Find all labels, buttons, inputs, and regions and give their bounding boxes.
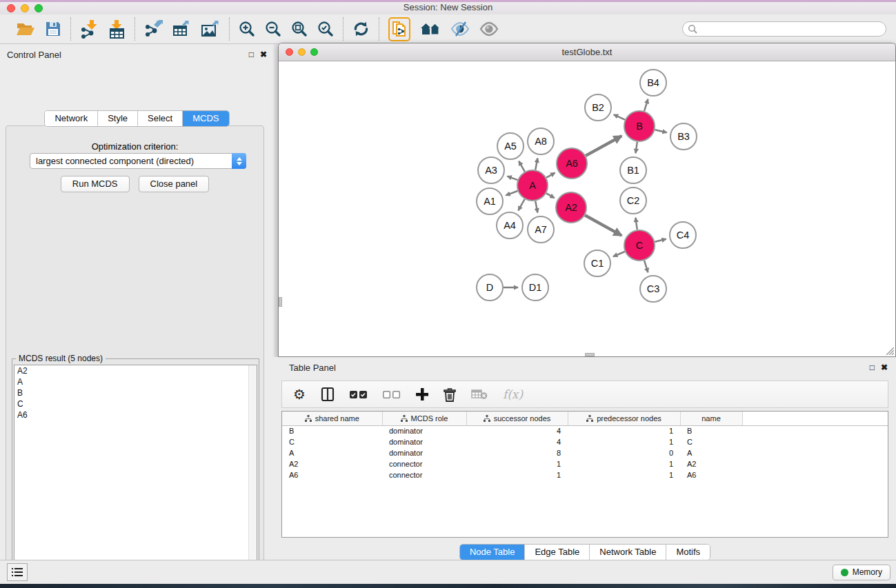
float-panel-icon[interactable]: □ bbox=[249, 50, 254, 59]
table-cell[interactable]: dominator bbox=[382, 425, 466, 436]
graph-edge[interactable] bbox=[635, 218, 637, 230]
graph-node[interactable]: A4 bbox=[497, 212, 523, 239]
graph-edge[interactable] bbox=[644, 99, 648, 111]
export-table-icon[interactable] bbox=[172, 20, 191, 38]
mcds-result-item[interactable]: A bbox=[14, 376, 257, 387]
task-history-button[interactable] bbox=[7, 563, 28, 581]
table-cell[interactable]: 1 bbox=[568, 425, 680, 436]
export-image-icon[interactable] bbox=[201, 20, 220, 38]
search-box[interactable] bbox=[682, 21, 886, 37]
graph-edge[interactable] bbox=[655, 130, 666, 132]
tab-edge-table[interactable]: Edge Table bbox=[525, 545, 590, 560]
table-cell[interactable]: 8 bbox=[466, 447, 568, 458]
deselect-all-columns-icon[interactable] bbox=[383, 390, 401, 399]
table-cell[interactable]: dominator bbox=[382, 436, 466, 447]
create-column-icon[interactable] bbox=[416, 388, 428, 401]
table-cell[interactable]: 1 bbox=[568, 469, 680, 480]
graph-node[interactable]: D bbox=[477, 274, 503, 301]
graph-edge[interactable] bbox=[644, 261, 648, 272]
open-session-icon[interactable] bbox=[16, 21, 35, 37]
graph-node[interactable]: B2 bbox=[585, 94, 611, 121]
tab-node-table[interactable]: Node Table bbox=[460, 545, 526, 560]
optimization-criterion-dropdown[interactable]: largest connected component (directed) bbox=[30, 153, 246, 169]
table-cell[interactable]: A6 bbox=[680, 469, 742, 480]
mcds-result-item[interactable]: A2 bbox=[14, 365, 257, 376]
table-cell[interactable]: B bbox=[282, 425, 382, 436]
network-from-clipboard-icon[interactable] bbox=[388, 17, 410, 41]
graph-edge[interactable] bbox=[508, 176, 518, 181]
table-cell[interactable]: A bbox=[680, 447, 742, 458]
tab-motifs[interactable]: Motifs bbox=[666, 545, 710, 560]
export-network-icon[interactable] bbox=[144, 20, 163, 38]
resize-grip-icon[interactable] bbox=[884, 345, 894, 355]
table-cell[interactable]: B bbox=[680, 425, 742, 436]
close-panel-button[interactable]: Close panel bbox=[139, 176, 210, 192]
table-cell[interactable]: connector bbox=[382, 469, 466, 480]
mcds-result-item[interactable]: B bbox=[14, 387, 257, 398]
zoom-network-button[interactable] bbox=[310, 48, 318, 56]
run-mcds-button[interactable]: Run MCDS bbox=[61, 176, 130, 192]
zoom-in-icon[interactable] bbox=[239, 21, 255, 37]
graph-node[interactable]: C3 bbox=[640, 276, 666, 302]
graph-node[interactable]: A3 bbox=[478, 157, 504, 183]
memory-button[interactable]: Memory bbox=[833, 565, 890, 580]
graph-node[interactable]: A8 bbox=[528, 128, 554, 154]
network-window-titlebar[interactable]: testGlobe.txt bbox=[279, 43, 895, 61]
tab-network-table[interactable]: Network Table bbox=[590, 545, 666, 560]
table-cell[interactable]: 0 bbox=[568, 447, 680, 458]
table-cell[interactable]: dominator bbox=[382, 447, 466, 458]
column-header[interactable]: shared name bbox=[282, 412, 382, 425]
home-icon[interactable] bbox=[420, 21, 441, 37]
table-cell[interactable]: 1 bbox=[568, 458, 680, 469]
close-window-button[interactable] bbox=[7, 4, 15, 12]
table-cell[interactable]: A6 bbox=[282, 469, 382, 480]
vertical-scroll-thumb[interactable] bbox=[279, 297, 282, 307]
table-row[interactable]: A6connector11A6 bbox=[282, 469, 888, 480]
graph-node[interactable]: A1 bbox=[477, 188, 503, 214]
graph-edge[interactable] bbox=[535, 201, 537, 213]
minimize-network-button[interactable] bbox=[298, 48, 306, 56]
graph-edge[interactable] bbox=[614, 114, 625, 119]
graph-node[interactable]: A bbox=[517, 170, 548, 201]
column-header[interactable]: predecessor nodes bbox=[568, 412, 680, 425]
search-input[interactable] bbox=[698, 24, 877, 34]
float-table-panel-icon[interactable]: □ bbox=[870, 363, 875, 372]
graph-node[interactable]: A6 bbox=[557, 148, 587, 179]
close-network-button[interactable] bbox=[286, 48, 293, 56]
tab-select[interactable]: Select bbox=[138, 111, 183, 126]
graph-node[interactable]: B4 bbox=[640, 70, 666, 96]
zoom-fit-icon[interactable] bbox=[291, 21, 308, 37]
table-cell[interactable]: 1 bbox=[466, 469, 568, 480]
mcds-result-item[interactable]: C bbox=[14, 398, 257, 409]
column-header[interactable]: MCDS role bbox=[382, 412, 466, 425]
graph-edge[interactable] bbox=[613, 252, 625, 256]
mcds-result-item[interactable]: A6 bbox=[14, 409, 257, 420]
show-columns-icon[interactable] bbox=[321, 387, 335, 402]
select-all-columns-icon[interactable] bbox=[350, 390, 368, 399]
table-cell[interactable]: 1 bbox=[568, 436, 680, 447]
table-cell[interactable]: C bbox=[680, 436, 742, 447]
table-row[interactable]: A2connector11A2 bbox=[282, 458, 888, 469]
hide-graphics-details-icon[interactable] bbox=[450, 21, 470, 37]
graph-edge[interactable] bbox=[519, 161, 525, 172]
graph-edge[interactable] bbox=[546, 173, 555, 178]
graph-edge[interactable] bbox=[546, 193, 555, 198]
save-session-icon[interactable] bbox=[45, 21, 61, 37]
table-row[interactable]: Bdominator41B bbox=[282, 425, 888, 436]
graph-edge[interactable] bbox=[586, 136, 621, 156]
close-panel-icon[interactable]: ✖ bbox=[260, 50, 267, 59]
graph-node[interactable]: C bbox=[624, 230, 655, 261]
table-cell[interactable]: 4 bbox=[466, 425, 568, 436]
graph-edge[interactable] bbox=[655, 239, 666, 242]
show-graphics-details-icon[interactable] bbox=[479, 21, 499, 37]
graph-edge[interactable] bbox=[585, 215, 621, 235]
graph-edge[interactable] bbox=[506, 191, 517, 195]
zoom-window-button[interactable] bbox=[34, 4, 43, 12]
table-cell[interactable]: A bbox=[282, 447, 382, 458]
horizontal-scroll-thumb[interactable] bbox=[585, 353, 595, 356]
graph-node[interactable]: B bbox=[624, 111, 655, 141]
column-header[interactable]: name bbox=[680, 412, 742, 425]
tab-network[interactable]: Network bbox=[45, 111, 98, 126]
node-table[interactable]: shared nameMCDS rolesuccessor nodesprede… bbox=[281, 411, 888, 538]
graph-node[interactable]: A7 bbox=[528, 216, 554, 243]
